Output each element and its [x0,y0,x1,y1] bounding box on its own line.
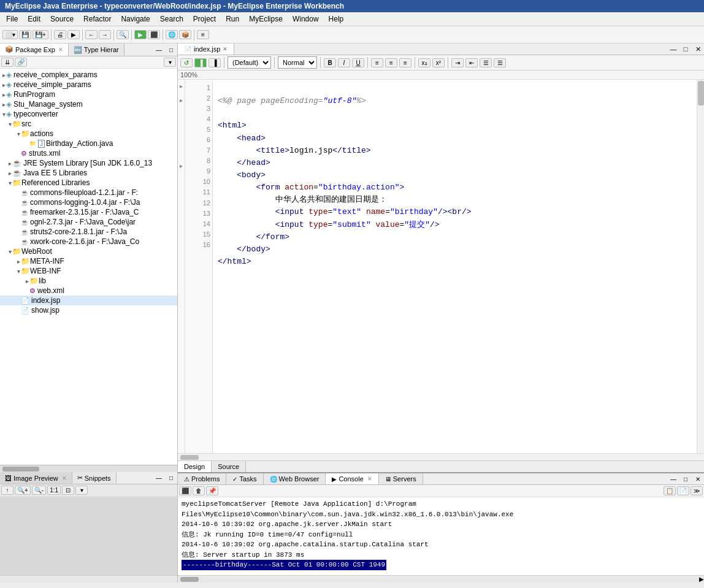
clear-console-btn[interactable]: 🗑 [193,486,205,495]
refresh-btn[interactable]: ↺ [180,58,193,67]
next-btn[interactable]: → [99,30,111,39]
console-copy[interactable]: 📋 [664,486,676,495]
design-tab[interactable]: Design [178,461,212,472]
fold-marker-2[interactable]: ▸ [180,97,183,104]
editor-h-scrollbar[interactable] [178,453,704,460]
console-maximize[interactable]: □ [679,475,692,483]
vscroll-thumb[interactable] [698,81,704,105]
align-right-btn[interactable]: ≡ [399,58,411,67]
menu-project[interactable]: Project [189,13,220,25]
tree-jar-ognl[interactable]: ▸ ☕ ognl-2.7.3.jar - F:\Java_Code\jar [0,217,177,227]
img-nav-up[interactable]: ↑ [1,486,13,495]
img-zoom-out[interactable]: 🔍- [32,486,46,495]
toggle-btn2[interactable]: ▐ [209,58,221,67]
list-btn[interactable]: ☰ [480,58,492,67]
tree-actions[interactable]: ▾ 📁 actions [0,129,177,139]
print-btn[interactable]: 🖨 [54,30,66,39]
new-btn[interactable]: ⬜▾ [2,30,18,39]
toggle-btn1[interactable]: ▐ [194,58,207,67]
outdent-btn[interactable]: ⇤ [465,58,478,67]
menu-myeclipse[interactable]: MyEclipse [245,13,286,25]
tree-jar-logging[interactable]: ▸ ☕ commons-logging-1.0.4.jar - F:\Ja [0,197,177,207]
img-fit[interactable]: ⊡ [62,486,74,495]
tree-runprogram[interactable]: ▸ ◈ RunProgram [0,90,177,99]
tree-stu-manage[interactable]: ▸ ◈ Stu_Manage_system [0,99,177,109]
img-zoom-in[interactable]: 🔍+ [15,486,31,495]
link-editor-btn[interactable]: 🔗 [15,58,27,67]
tree-jar-struts2[interactable]: ▸ ☕ struts2-core-2.1.8.1.jar - F:\Ja [0,227,177,237]
left-horizontal-scrollbar[interactable] [0,465,177,472]
tree-jar-xwork[interactable]: ▸ ☕ xwork-core-2.1.6.jar - F:\Java_Co [0,237,177,246]
tree-receive-complex[interactable]: ▸ ◈ receive_complex_params [0,70,177,80]
menu-navigate[interactable]: Navigate [117,13,153,25]
tree-typeconverter[interactable]: ▾ ◈ typeconverter [0,109,177,119]
hscroll-thumb[interactable] [180,455,199,460]
editor-tab-index-jsp[interactable]: 📄 index.jsp ✕ [178,44,234,55]
img-preview-tab[interactable]: 🖼 Image Preview ✕ [0,472,72,484]
deploy-btn[interactable]: 📦 [179,30,191,39]
editor-vertical-scrollbar[interactable] [697,80,704,453]
web-browser-tab[interactable]: 🌐 Web Browser [264,473,326,484]
more-btn[interactable]: ≡ [197,30,209,39]
bold-btn[interactable]: B [324,58,336,67]
img-hscroll[interactable] [0,575,177,582]
save-all-btn[interactable]: 💾+ [33,30,48,39]
tree-struts-xml[interactable]: ▸ ⚙ struts.xml [0,148,177,158]
scrollbar-thumb[interactable] [2,467,39,472]
img-minimize[interactable]: — [153,472,165,484]
menu-window[interactable]: Window [289,13,323,25]
servers-tab[interactable]: 🖥 Servers [379,473,423,484]
debug-btn[interactable]: ▶ [134,30,147,39]
console-tab[interactable]: ▶ Console ✕ [326,473,378,484]
align-center-btn[interactable]: ≡ [385,58,397,67]
left-maximize[interactable]: □ [165,44,177,56]
run-btn[interactable]: ▶ [67,30,80,39]
align-left-btn[interactable]: ≡ [371,58,383,67]
console-minimize[interactable]: — [667,475,679,483]
console-close[interactable]: ✕ [692,475,704,483]
editor-minimize[interactable]: — [667,44,679,55]
fold-marker-1[interactable]: ▸ [180,83,183,90]
css-select[interactable]: (Default) [228,56,271,69]
prev-btn[interactable]: ← [85,30,98,39]
console-more[interactable]: ≫ [691,486,703,495]
img-close[interactable]: ✕ [62,475,67,481]
stop-btn[interactable]: ⬛ [148,30,160,39]
tree-actions-sub[interactable]: ▸ 📁 J Birthday_Action.java [0,139,177,148]
collapse-all-btn[interactable]: ⇊ [1,58,13,67]
fold-marker-3[interactable]: ▸ [180,162,183,169]
editor-tab-close[interactable]: ✕ [223,46,228,52]
stop-console-btn[interactable]: ⬛ [179,486,191,495]
menu-source[interactable]: Source [47,13,77,25]
search-btn[interactable]: 🔍 [117,30,129,39]
tree-index-jsp[interactable]: ▸ 📄 index.jsp [0,296,177,305]
tree-lib[interactable]: ▸ 📁 lib [0,276,177,286]
pkg-close[interactable]: ✕ [58,47,63,53]
indent-btn[interactable]: ⇥ [451,58,464,67]
tree-src[interactable]: ▾ 📁 src [0,119,177,129]
tree-receive-simple[interactable]: ▸ ◈ receive_simple_params [0,80,177,90]
superscript-btn[interactable]: x² [432,58,445,67]
type-hierarchy-tab[interactable]: 🔤 Type Hierar [69,44,124,56]
console-hscroll[interactable]: ▶ [178,575,704,582]
num-list-btn[interactable]: ☰ [494,58,506,67]
tree-web-xml[interactable]: ▸ ⚙ web.xml [0,286,177,296]
underline-btn[interactable]: U [352,58,364,67]
img-maximize[interactable]: □ [165,472,177,484]
browser-btn[interactable]: 🌐 [166,30,178,39]
menu-run[interactable]: Run [222,13,243,25]
tree-show-jsp[interactable]: ▸ 📄 show.jsp [0,305,177,315]
img-actual-size[interactable]: 1:1 [47,486,61,495]
tree-jar-freemarker[interactable]: ▸ ☕ freemarker-2.3.15.jar - F:\Java_C [0,207,177,217]
save-btn[interactable]: 💾 [19,30,31,39]
console-scroll-lock[interactable]: 📌 [206,486,218,495]
package-explorer-tab[interactable]: 📦 Package Exp ✕ [0,44,69,56]
menu-search[interactable]: Search [156,13,187,25]
left-minimize[interactable]: — [153,44,165,56]
style-select[interactable]: Normal [278,56,317,69]
code-editor[interactable]: <%@ page pageEncoding="utf-8"%> <html> <… [213,80,697,453]
source-tab[interactable]: Source [212,461,246,472]
tree-meta-inf[interactable]: ▸ 📁 META-INF [0,256,177,266]
tree-webroot[interactable]: ▾ 📁 WebRoot [0,246,177,256]
console-paste[interactable]: 📄 [677,486,689,495]
